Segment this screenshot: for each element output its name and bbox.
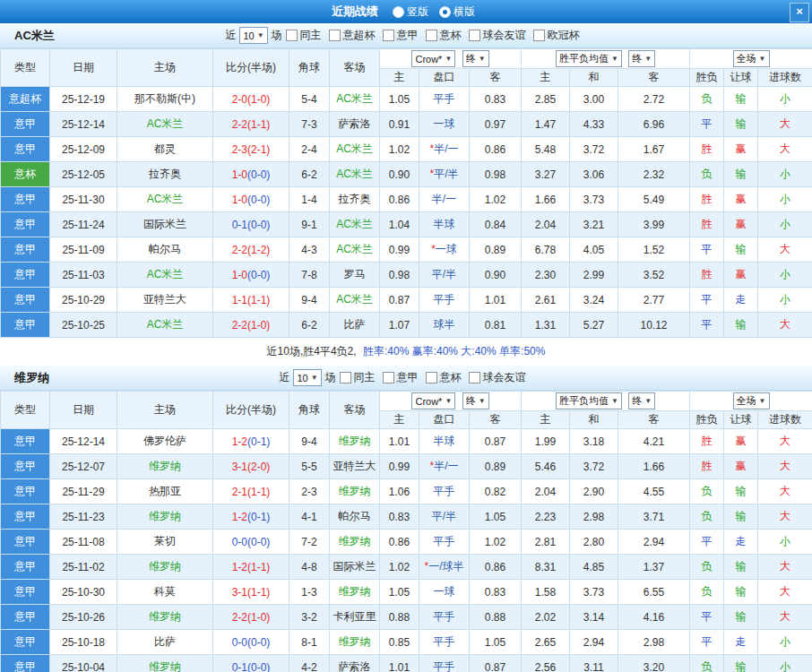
home-odds: 0.86 <box>380 187 419 212</box>
filter-checkbox[interactable]: 球会友谊 <box>469 370 526 385</box>
home-team: 热那亚 <box>117 479 213 504</box>
avg-away: 1.37 <box>618 555 690 580</box>
checkbox-label: 意杯 <box>440 28 462 43</box>
filter-checkbox[interactable]: 同主 <box>286 28 322 43</box>
filter-controls: 近 10▼ 场 同主意超杯意甲意杯球会友谊欧冠杯 <box>223 27 588 44</box>
corner-count: 4-8 <box>289 555 330 580</box>
filter-checkbox[interactable]: 意杯 <box>426 370 462 385</box>
score: 2-2(1-1) <box>213 112 289 137</box>
filter-checkbox[interactable]: 欧冠杯 <box>533 28 580 43</box>
away-odds: 0.81 <box>470 313 522 338</box>
odds-time-select[interactable]: 终▼ <box>462 392 489 409</box>
result: 胜 <box>690 187 724 212</box>
league-badge: 意甲 <box>1 263 50 288</box>
col-result: 胜负 <box>690 69 724 87</box>
checkbox-label: 欧冠杯 <box>548 28 580 43</box>
avg-home: 8.31 <box>522 555 570 580</box>
table-row: 意甲25-12-14AC米兰2-2(1-1)7-3萨索洛0.91一球0.971.… <box>1 112 812 137</box>
col-odds-home: 主 <box>380 69 419 87</box>
avg-home: 2.04 <box>522 479 570 504</box>
filter-checkbox[interactable]: 意超杯 <box>329 28 376 43</box>
chevron-down-icon: ▼ <box>611 397 618 405</box>
league-badge: 意甲 <box>1 580 50 605</box>
col-goals: 进球数 <box>758 411 812 429</box>
handicap: *一/球半 <box>419 555 470 580</box>
corner-count: 7-3 <box>289 112 330 137</box>
checkbox-label: 意甲 <box>397 370 419 385</box>
home-team: 维罗纳 <box>117 655 213 672</box>
handicap-result: 输 <box>724 87 758 112</box>
goals-result: 大 <box>758 313 812 338</box>
match-count-select[interactable]: 10▼ <box>293 369 321 386</box>
goals-result: 大 <box>758 479 812 504</box>
odds-company-select[interactable]: Crow*▼ <box>411 50 455 67</box>
match-date: 25-11-09 <box>50 237 117 263</box>
avg-type-select[interactable]: 胜平负均值▼ <box>556 50 622 67</box>
handicap-result: 输 <box>724 237 758 263</box>
avg-draw: 4.85 <box>570 555 618 580</box>
handicap-result: 输 <box>724 555 758 580</box>
filter-checkbox[interactable]: 意甲 <box>383 370 419 385</box>
away-odds: 0.86 <box>470 137 522 162</box>
league-badge: 意甲 <box>1 530 50 555</box>
checkbox-icon <box>533 30 545 41</box>
avg-home: 2.23 <box>522 504 570 530</box>
odds-company-select[interactable]: Crow*▼ <box>411 392 455 409</box>
avg-time-select[interactable]: 终▼ <box>628 50 655 67</box>
avg-away: 1.67 <box>618 137 690 162</box>
result: 负 <box>690 555 724 580</box>
table-row: 意甲25-11-03AC米兰1-0(0-0)7-8罗马0.98平/半0.902.… <box>1 263 812 288</box>
home-odds: 0.85 <box>380 630 419 655</box>
view-option-horizontal[interactable]: 横版 <box>439 4 475 20</box>
record-summary: 近10场,胜4平4负2, 胜率:40% 赢率:40% 大:40% 单率:50% <box>0 338 812 366</box>
score: 2-2(1-2) <box>213 237 289 263</box>
avg-type-select[interactable]: 胜平负均值▼ <box>556 392 622 409</box>
corner-count: 5-5 <box>289 454 330 479</box>
away-team: 卡利亚里 <box>330 605 380 630</box>
handicap: 平手 <box>419 530 470 555</box>
full-period-select[interactable]: 全场▼ <box>733 50 770 67</box>
table-row: 意超杯25-12-19那不勒斯(中)2-0(1-0)5-4AC米兰1.05平手0… <box>1 87 812 112</box>
away-odds: 0.87 <box>470 655 522 672</box>
away-odds: 1.02 <box>470 187 522 212</box>
avg-time-select[interactable]: 终▼ <box>628 392 655 409</box>
match-date: 25-11-23 <box>50 504 117 530</box>
avg-draw: 3.06 <box>570 162 618 187</box>
close-icon[interactable]: × <box>790 3 809 22</box>
handicap-result: 输 <box>724 112 758 137</box>
goals-result: 大 <box>758 605 812 630</box>
avg-home: 1.58 <box>522 580 570 605</box>
view-option-vertical[interactable]: 竖版 <box>393 4 428 20</box>
handicap: 平/半 <box>419 263 470 288</box>
odds-time-select[interactable]: 终▼ <box>462 50 489 67</box>
full-period-select[interactable]: 全场▼ <box>733 392 770 409</box>
goals-result: 大 <box>758 454 812 479</box>
score: 2-2(1-0) <box>213 313 289 338</box>
avg-draw: 3.00 <box>570 87 618 112</box>
goals-result: 大 <box>758 504 812 530</box>
checkbox-label: 意超杯 <box>343 28 376 43</box>
col-date: 日期 <box>50 392 117 429</box>
filter-checkbox[interactable]: 意甲 <box>383 28 419 43</box>
filter-checkbox[interactable]: 球会友谊 <box>469 28 526 43</box>
avg-type-value: 胜平负均值 <box>559 394 609 408</box>
result: 负 <box>690 162 724 187</box>
match-count-select[interactable]: 10▼ <box>239 27 267 44</box>
home-odds: 0.99 <box>380 237 419 263</box>
away-odds: 1.01 <box>470 288 522 313</box>
odds-time-value: 终 <box>466 52 476 65</box>
filter-checkbox[interactable]: 同主 <box>340 370 376 385</box>
handicap-result: 赢 <box>724 454 758 479</box>
summary-stats: 胜率:40% 赢率:40% 大:40% 单率:50% <box>363 345 545 358</box>
filter-checkbox[interactable]: 意杯 <box>426 28 462 43</box>
match-date: 25-12-09 <box>50 137 117 162</box>
home-team: 那不勒斯(中) <box>117 87 213 112</box>
avg-away: 3.99 <box>618 212 690 237</box>
checkbox-label: 球会友谊 <box>483 370 526 385</box>
result: 平 <box>690 288 724 313</box>
avg-away: 2.94 <box>618 530 690 555</box>
away-team: 维罗纳 <box>330 429 380 454</box>
checkbox-icon <box>383 30 394 41</box>
score: 3-1(1-1) <box>213 580 289 605</box>
corner-count: 1-4 <box>289 187 330 212</box>
